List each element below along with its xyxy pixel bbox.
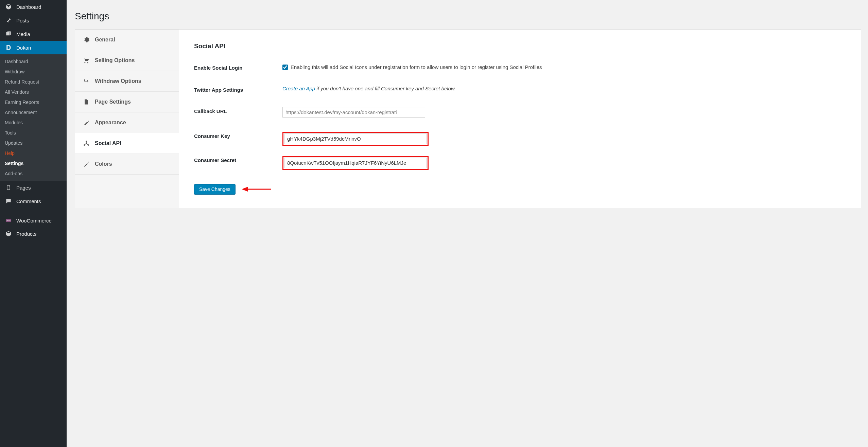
tab-label: Withdraw Options	[95, 78, 141, 84]
cart-icon	[83, 57, 90, 64]
consumer-key-input[interactable]	[284, 133, 427, 144]
main-content: Settings General Selling Options Withdr	[67, 0, 868, 447]
submenu-settings[interactable]: Settings	[0, 158, 67, 168]
sidebar-item-label: Dokan	[16, 45, 31, 51]
tab-label: Social API	[95, 140, 121, 146]
enable-social-login-control[interactable]: Enabling this will add Social Icons unde…	[282, 64, 846, 71]
tab-withdraw-options[interactable]: Withdraw Options	[75, 71, 179, 92]
sidebar-item-label: Pages	[16, 185, 31, 191]
sidebar-item-label: Media	[16, 31, 30, 37]
callback-url-label: Callback URL	[194, 107, 282, 114]
submenu-announcement[interactable]: Announcement	[0, 107, 67, 118]
tab-colors[interactable]: Colors	[75, 154, 179, 175]
submenu-add-ons[interactable]: Add-ons	[0, 168, 67, 179]
submenu-withdraw[interactable]: Withdraw	[0, 67, 67, 77]
page-title: Settings	[75, 11, 861, 22]
submenu-modules[interactable]: Modules	[0, 118, 67, 128]
settings-tabs: General Selling Options Withdraw Options…	[75, 30, 179, 208]
tab-label: General	[95, 37, 115, 43]
tab-general[interactable]: General	[75, 30, 179, 50]
settings-panel: Social API Enable Social Login Enabling …	[179, 30, 861, 208]
consumer-secret-input[interactable]	[284, 158, 427, 168]
consumer-secret-highlight	[282, 156, 429, 170]
sidebar-item-woocommerce[interactable]: Woo WooCommerce	[0, 214, 67, 227]
tab-appearance[interactable]: Appearance	[75, 112, 179, 133]
tab-label: Selling Options	[95, 57, 135, 64]
settings-container: General Selling Options Withdraw Options…	[75, 29, 861, 208]
sidebar-item-label: Posts	[16, 18, 29, 23]
dashboard-icon	[5, 3, 12, 10]
media-icon	[5, 31, 12, 37]
tab-social-api[interactable]: Social API	[75, 133, 179, 154]
svg-marker-6	[242, 187, 248, 192]
dokan-submenu: Dashboard Withdraw Refund Request All Ve…	[0, 54, 67, 181]
panel-heading: Social API	[194, 42, 846, 50]
sidebar-item-posts[interactable]: Posts	[0, 14, 67, 27]
create-an-app-link[interactable]: Create an App	[282, 86, 315, 91]
consumer-key-label: Consumer Key	[194, 132, 282, 139]
tab-page-settings[interactable]: Page Settings	[75, 92, 179, 112]
svg-text:Woo: Woo	[6, 219, 10, 221]
tab-selling-options[interactable]: Selling Options	[75, 50, 179, 71]
products-icon	[5, 230, 12, 237]
twitter-hint-text: if you don't have one and fill Consumer …	[315, 86, 456, 91]
gear-icon	[83, 36, 90, 43]
annotation-arrow-icon	[241, 185, 272, 193]
comments-icon	[5, 198, 12, 204]
sidebar-item-label: WooCommerce	[16, 218, 52, 224]
withdraw-icon	[83, 78, 90, 85]
save-changes-button[interactable]: Save Changes	[194, 184, 236, 194]
enable-social-login-label: Enable Social Login	[194, 64, 282, 71]
twitter-app-settings-label: Twitter App Settings	[194, 86, 282, 93]
enable-social-login-checkbox[interactable]	[282, 65, 288, 70]
submenu-all-vendors[interactable]: All Vendors	[0, 87, 67, 97]
woocommerce-icon: Woo	[5, 217, 12, 224]
consumer-key-highlight	[282, 132, 429, 146]
wand-icon	[83, 119, 90, 126]
tab-label: Colors	[95, 161, 112, 167]
sidebar-item-products[interactable]: Products	[0, 227, 67, 240]
dokan-icon	[5, 44, 12, 51]
tab-label: Page Settings	[95, 99, 131, 105]
sidebar-item-label: Comments	[16, 198, 41, 204]
brush-icon	[83, 161, 90, 167]
sidebar-item-media[interactable]: Media	[0, 27, 67, 41]
tab-label: Appearance	[95, 120, 126, 126]
submenu-earning-reports[interactable]: Earning Reports	[0, 97, 67, 107]
callback-url-input[interactable]	[282, 107, 425, 118]
submenu-refund-request[interactable]: Refund Request	[0, 77, 67, 87]
pages-icon	[83, 99, 90, 105]
submenu-dashboard[interactable]: Dashboard	[0, 56, 67, 67]
svg-point-2	[86, 141, 87, 142]
sidebar-item-label: Dashboard	[16, 4, 41, 10]
sidebar-item-dokan[interactable]: Dokan	[0, 41, 67, 54]
pages-icon	[5, 184, 12, 191]
network-icon	[83, 140, 90, 147]
wp-admin-sidebar: Dashboard Posts Media Dokan Dashboard Wi…	[0, 0, 67, 447]
sidebar-item-pages[interactable]: Pages	[0, 181, 67, 194]
sidebar-item-comments[interactable]: Comments	[0, 194, 67, 208]
pin-icon	[5, 17, 12, 24]
consumer-secret-label: Consumer Secret	[194, 156, 282, 163]
submenu-tools[interactable]: Tools	[0, 128, 67, 138]
sidebar-item-dashboard[interactable]: Dashboard	[0, 0, 67, 14]
enable-social-login-desc: Enabling this will add Social Icons unde…	[291, 64, 542, 71]
sidebar-item-label: Products	[16, 231, 36, 237]
submenu-updates[interactable]: Updates	[0, 138, 67, 148]
submenu-help[interactable]: Help	[0, 148, 67, 158]
